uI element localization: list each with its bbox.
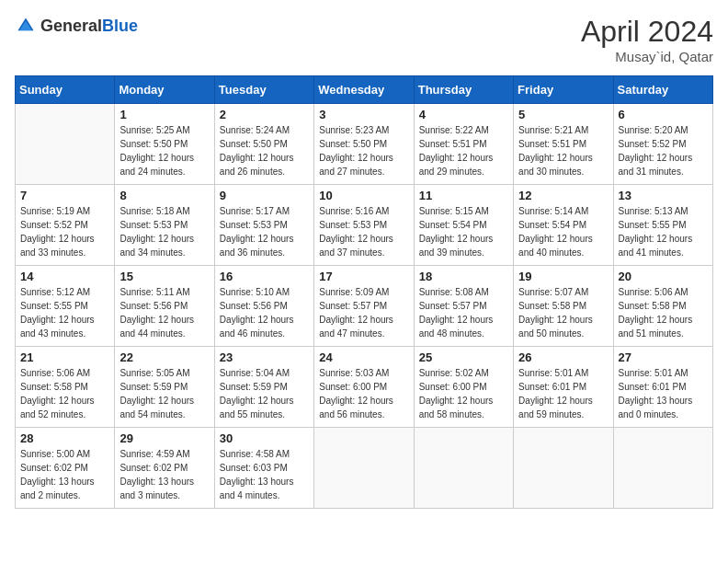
logo-text-blue: Blue <box>102 17 138 35</box>
day-cell: 15Sunrise: 5:11 AMSunset: 5:56 PMDayligh… <box>115 266 214 347</box>
day-info: Sunrise: 5:14 AMSunset: 5:54 PMDaylight:… <box>518 204 608 259</box>
header-cell-sunday: Sunday <box>16 76 115 104</box>
day-number: 7 <box>20 189 109 202</box>
day-number: 3 <box>319 108 408 121</box>
day-cell: 3Sunrise: 5:23 AMSunset: 5:50 PMDaylight… <box>314 104 414 185</box>
day-info: Sunrise: 5:20 AMSunset: 5:52 PMDaylight:… <box>619 123 708 178</box>
day-cell: 14Sunrise: 5:12 AMSunset: 5:55 PMDayligh… <box>16 266 115 347</box>
header-cell-monday: Monday <box>115 76 214 104</box>
week-row-2: 7Sunrise: 5:19 AMSunset: 5:52 PMDaylight… <box>16 185 713 266</box>
day-info: Sunrise: 5:18 AMSunset: 5:53 PMDaylight:… <box>119 204 209 259</box>
day-info: Sunrise: 5:06 AMSunset: 5:58 PMDaylight:… <box>619 285 708 340</box>
day-cell <box>414 428 513 509</box>
day-info: Sunrise: 5:09 AMSunset: 5:57 PMDaylight:… <box>319 285 408 340</box>
day-number: 23 <box>220 350 309 364</box>
day-number: 10 <box>319 189 408 202</box>
logo-text-general: General <box>40 17 102 35</box>
day-number: 16 <box>220 270 309 283</box>
calendar-table: SundayMondayTuesdayWednesdayThursdayFrid… <box>15 75 713 509</box>
day-info: Sunrise: 5:16 AMSunset: 5:53 PMDaylight:… <box>319 204 408 259</box>
day-info: Sunrise: 5:23 AMSunset: 5:50 PMDaylight:… <box>319 123 408 178</box>
day-cell: 7Sunrise: 5:19 AMSunset: 5:52 PMDaylight… <box>16 185 115 266</box>
day-cell: 20Sunrise: 5:06 AMSunset: 5:58 PMDayligh… <box>613 266 712 347</box>
logo-icon <box>15 15 37 37</box>
day-cell: 18Sunrise: 5:08 AMSunset: 5:57 PMDayligh… <box>414 266 513 347</box>
week-row-4: 21Sunrise: 5:06 AMSunset: 5:58 PMDayligh… <box>16 347 713 428</box>
day-number: 11 <box>419 189 508 202</box>
day-info: Sunrise: 5:07 AMSunset: 5:58 PMDaylight:… <box>518 285 608 340</box>
day-number: 14 <box>20 270 109 283</box>
day-cell: 8Sunrise: 5:18 AMSunset: 5:53 PMDaylight… <box>115 185 214 266</box>
day-cell: 5Sunrise: 5:21 AMSunset: 5:51 PMDaylight… <box>514 104 613 185</box>
day-info: Sunrise: 5:03 AMSunset: 6:00 PMDaylight:… <box>319 366 408 421</box>
day-cell <box>314 428 414 509</box>
day-info: Sunrise: 5:25 AMSunset: 5:50 PMDaylight:… <box>119 123 209 178</box>
header-cell-tuesday: Tuesday <box>214 76 313 104</box>
day-info: Sunrise: 5:22 AMSunset: 5:51 PMDaylight:… <box>419 123 508 178</box>
day-cell: 4Sunrise: 5:22 AMSunset: 5:51 PMDaylight… <box>414 104 513 185</box>
header-cell-thursday: Thursday <box>414 76 513 104</box>
day-info: Sunrise: 4:59 AMSunset: 6:02 PMDaylight:… <box>119 447 209 502</box>
day-number: 1 <box>119 108 209 121</box>
page-header: GeneralBlue April 2024 Musay`id, Qatar <box>15 15 713 64</box>
day-cell: 16Sunrise: 5:10 AMSunset: 5:56 PMDayligh… <box>214 266 313 347</box>
day-cell: 2Sunrise: 5:24 AMSunset: 5:50 PMDaylight… <box>214 104 313 185</box>
day-number: 29 <box>119 431 209 445</box>
day-cell: 10Sunrise: 5:16 AMSunset: 5:53 PMDayligh… <box>314 185 414 266</box>
day-info: Sunrise: 5:24 AMSunset: 5:50 PMDaylight:… <box>220 123 309 178</box>
day-cell: 19Sunrise: 5:07 AMSunset: 5:58 PMDayligh… <box>514 266 613 347</box>
day-number: 24 <box>319 350 408 364</box>
day-number: 13 <box>619 189 708 202</box>
calendar-subtitle: Musay`id, Qatar <box>581 49 713 64</box>
day-number: 9 <box>220 189 309 202</box>
day-number: 18 <box>419 270 508 283</box>
day-info: Sunrise: 5:02 AMSunset: 6:00 PMDaylight:… <box>419 366 508 421</box>
logo: GeneralBlue <box>15 15 138 37</box>
day-info: Sunrise: 5:00 AMSunset: 6:02 PMDaylight:… <box>20 447 109 502</box>
day-cell: 23Sunrise: 5:04 AMSunset: 5:59 PMDayligh… <box>214 347 313 428</box>
day-info: Sunrise: 5:10 AMSunset: 5:56 PMDaylight:… <box>220 285 309 340</box>
day-info: Sunrise: 5:01 AMSunset: 6:01 PMDaylight:… <box>518 366 608 421</box>
day-cell: 27Sunrise: 5:01 AMSunset: 6:01 PMDayligh… <box>613 347 712 428</box>
day-number: 8 <box>119 189 209 202</box>
header-cell-friday: Friday <box>514 76 613 104</box>
day-number: 26 <box>518 350 608 364</box>
day-cell: 6Sunrise: 5:20 AMSunset: 5:52 PMDaylight… <box>613 104 712 185</box>
week-row-3: 14Sunrise: 5:12 AMSunset: 5:55 PMDayligh… <box>16 266 713 347</box>
day-cell: 11Sunrise: 5:15 AMSunset: 5:54 PMDayligh… <box>414 185 513 266</box>
day-cell: 12Sunrise: 5:14 AMSunset: 5:54 PMDayligh… <box>514 185 613 266</box>
day-number: 21 <box>20 350 109 364</box>
day-info: Sunrise: 5:05 AMSunset: 5:59 PMDaylight:… <box>119 366 209 421</box>
day-info: Sunrise: 5:08 AMSunset: 5:57 PMDaylight:… <box>419 285 508 340</box>
day-number: 6 <box>619 108 708 121</box>
day-info: Sunrise: 5:17 AMSunset: 5:53 PMDaylight:… <box>220 204 309 259</box>
day-cell: 13Sunrise: 5:13 AMSunset: 5:55 PMDayligh… <box>613 185 712 266</box>
day-info: Sunrise: 5:04 AMSunset: 5:59 PMDaylight:… <box>220 366 309 421</box>
day-info: Sunrise: 5:06 AMSunset: 5:58 PMDaylight:… <box>20 366 109 421</box>
day-cell: 29Sunrise: 4:59 AMSunset: 6:02 PMDayligh… <box>115 428 214 509</box>
day-info: Sunrise: 4:58 AMSunset: 6:03 PMDaylight:… <box>220 447 309 502</box>
day-cell: 9Sunrise: 5:17 AMSunset: 5:53 PMDaylight… <box>214 185 313 266</box>
header-cell-wednesday: Wednesday <box>314 76 414 104</box>
day-cell: 26Sunrise: 5:01 AMSunset: 6:01 PMDayligh… <box>514 347 613 428</box>
day-cell: 25Sunrise: 5:02 AMSunset: 6:00 PMDayligh… <box>414 347 513 428</box>
calendar-title: April 2024 <box>581 15 713 49</box>
day-cell: 30Sunrise: 4:58 AMSunset: 6:03 PMDayligh… <box>214 428 313 509</box>
day-number: 12 <box>518 189 608 202</box>
day-cell: 1Sunrise: 5:25 AMSunset: 5:50 PMDaylight… <box>115 104 214 185</box>
day-number: 20 <box>619 270 708 283</box>
day-number: 2 <box>220 108 309 121</box>
day-cell: 24Sunrise: 5:03 AMSunset: 6:00 PMDayligh… <box>314 347 414 428</box>
day-number: 25 <box>419 350 508 364</box>
day-cell: 17Sunrise: 5:09 AMSunset: 5:57 PMDayligh… <box>314 266 414 347</box>
day-number: 5 <box>518 108 608 121</box>
day-info: Sunrise: 5:12 AMSunset: 5:55 PMDaylight:… <box>20 285 109 340</box>
day-number: 4 <box>419 108 508 121</box>
day-cell: 21Sunrise: 5:06 AMSunset: 5:58 PMDayligh… <box>16 347 115 428</box>
day-number: 17 <box>319 270 408 283</box>
header-row: SundayMondayTuesdayWednesdayThursdayFrid… <box>16 76 713 104</box>
day-info: Sunrise: 5:21 AMSunset: 5:51 PMDaylight:… <box>518 123 608 178</box>
title-block: April 2024 Musay`id, Qatar <box>581 15 713 64</box>
day-number: 27 <box>619 350 708 364</box>
day-number: 30 <box>220 431 309 445</box>
